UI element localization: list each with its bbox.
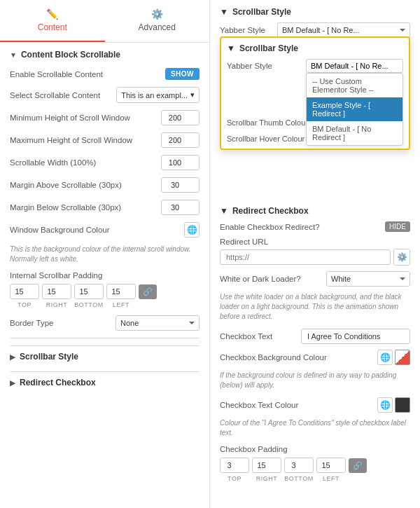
padding-link-button[interactable]: 🔗 [139,284,157,299]
min-height-input[interactable] [161,110,200,125]
content-block-header: ▼ Content Block Scrollable [10,50,200,60]
margin-below-input[interactable] [161,200,200,215]
loader-hint: Use the white loader on a black backgrou… [220,292,410,322]
redirect-url-gear-icon[interactable]: ⚙️ [393,249,410,266]
chevron-down-icon: ▾ [190,90,195,99]
dropdown-yabber-row: Yabber Style BM Default - [ No Re... -- … [227,59,403,73]
dropdown-option-2[interactable]: Example Style - [ Redirect ] [307,97,402,121]
yabber-style-select-top[interactable]: BM Default - [ No Re... -- Use Custom El… [277,22,410,38]
checkbox-bg-swatch[interactable] [395,350,410,365]
dropdown-option-1[interactable]: -- Use Custom Elementor Style -- [307,74,402,97]
yabber-style-row-top: Yabber Style BM Default - [ No Re... -- … [220,22,410,38]
dropdown-hover-label: Scrollbar Hover Colour [227,135,304,143]
pad-left-label: LEFT [106,301,136,308]
margin-below-label: Margin Below Scrollable (30px) [10,203,161,212]
padding-bottom-input[interactable] [74,284,104,299]
pad-top-label: TOP [10,301,39,308]
cp-right-input[interactable] [252,458,281,473]
enable-checkbox-row: Enable Checkbox Redirect? HIDE [220,221,410,232]
scrollable-width-row: Scrollable Width (100%) [10,155,200,170]
scrollbar-style-dropdown-overlay: ▼ Scrollbar Style Yabber Style BM Defaul… [220,36,410,150]
pad-bottom-label: BOTTOM [74,301,104,308]
min-height-label: Minimum Height of Scroll Window [10,114,161,122]
dropdown-thumb-label: Scrollbar Thumb Colour [227,118,308,127]
cp-right-label: RIGHT [252,475,281,482]
margin-above-input[interactable] [161,177,200,193]
section-arrow-icon: ▼ [10,51,17,59]
right-panel: ▼ Scrollbar Style Yabber Style BM Defaul… [210,0,420,508]
scrollbar-style-header[interactable]: ▶ Scrollbar Style [10,345,200,367]
dropdown-yabber-select[interactable]: BM Default - [ No Re... [306,59,403,73]
redirect-section: ▼ Redirect Checkbox Enable Checkbox Redi… [220,206,410,482]
redirect-section-title: Redirect Checkbox [232,206,309,216]
margin-above-label: Margin Above Scrollable (30px) [10,181,161,189]
white-dark-select[interactable]: White Dark [326,271,410,287]
checkbox-text-row: Checkbox Text [220,329,410,344]
border-type-label: Border Type [10,319,115,327]
cp-bottom-input[interactable] [284,458,314,473]
cp-left-label: LEFT [316,475,346,482]
text-colour-hint: Colour of the "I Agree To Conditions" st… [220,418,410,438]
redirect-checkbox-header[interactable]: ▶ Redirect Checkbox [10,371,200,393]
tab-content-label: Content [38,22,67,32]
scrollable-width-input[interactable] [161,155,200,170]
tab-advanced[interactable]: ⚙️ Advanced [105,0,210,42]
min-height-row: Minimum Height of Scroll Window [10,110,200,125]
redirect-url-label: Redirect URL [220,238,410,246]
checkbox-bg-globe-icon[interactable]: 🌐 [377,350,393,365]
checkbox-text-colour-swatch[interactable] [395,397,410,413]
tab-bar: ✏️ Content ⚙️ Advanced [0,0,209,43]
border-type-row: Border Type None Solid Dashed [10,315,200,331]
scrollbar-style-section: ▶ Scrollbar Style [10,345,200,367]
scrollbar-style-label: Scrollbar Style [20,352,78,362]
redirect-checkbox-label: Redirect Checkbox [20,378,96,387]
cp-link-button[interactable]: 🔗 [349,458,367,473]
window-bg-globe-icon[interactable]: 🌐 [184,222,200,238]
tab-content[interactable]: ✏️ Content [0,0,105,42]
checkbox-text-label: Checkbox Text [220,332,301,341]
cp-bottom-label: BOTTOM [284,475,314,482]
dropdown-option-3[interactable]: BM Default - [ No Redirect ] [307,121,402,145]
padding-left-input[interactable] [106,284,136,299]
max-height-input[interactable] [161,132,200,148]
white-dark-label: White or Dark Loader? [220,275,326,283]
select-scrollable-input[interactable]: This is an exampl... ▾ [116,87,200,103]
gear-icon: ⚙️ [151,8,163,20]
white-dark-row: White or Dark Loader? White Dark [220,271,410,287]
window-bg-row: Window Background Colour 🌐 [10,222,200,238]
cp-left-input[interactable] [316,458,346,473]
cp-top-input[interactable] [220,458,249,473]
yabber-style-label-top: Yabber Style [220,26,277,34]
left-panel: ✏️ Content ⚙️ Advanced ▼ Content Block S… [0,0,210,508]
window-bg-label: Window Background Colour [10,226,184,234]
enable-toggle[interactable]: SHOW [165,68,200,80]
border-type-select[interactable]: None Solid Dashed [115,315,200,331]
redirect-arrow-icon: ▶ [10,379,15,387]
checkbox-bg-colour: 🌐 [377,350,410,365]
enable-scrollable-row: Enable Scrollable Content SHOW [10,68,200,80]
dropdown-arrow-icon: ▼ [227,43,235,53]
window-bg-hint: This is the background colour of the int… [10,245,200,264]
right-scrollbar-header: ▼ Scrollbar Style [220,7,410,17]
redirect-url-row: ⚙️ [220,249,410,266]
hide-button[interactable]: HIDE [385,221,410,232]
checkbox-text-colour: 🌐 [377,397,410,413]
checkbox-text-globe-icon[interactable]: 🌐 [377,397,393,413]
redirect-url-input[interactable] [220,249,391,265]
dropdown-yabber-label: Yabber Style [227,62,306,70]
margin-above-row: Margin Above Scrollable (30px) [10,177,200,193]
select-scrollable-label: Select Scrollable Content [10,91,116,99]
dropdown-yabber-wrapper: BM Default - [ No Re... -- Use Custom El… [306,59,403,73]
checkbox-text-input[interactable] [301,329,410,344]
enable-checkbox-label: Enable Checkbox Redirect? [220,223,385,231]
checkbox-text-colour-row: Checkbox Text Colour 🌐 [220,397,410,413]
section-title: Content Block Scrollable [21,50,120,60]
checkbox-padding-labels: TOP RIGHT BOTTOM LEFT [220,475,410,482]
right-scrollbar-title: Scrollbar Style [232,7,291,17]
padding-right-input[interactable] [42,284,71,299]
internal-padding-group: Internal Scrollbar Padding 🔗 TOP RIGHT B… [10,271,200,308]
tab-advanced-label: Advanced [139,22,176,32]
cp-top-label: TOP [220,475,249,482]
redirect-section-arrow-icon: ▼ [220,206,228,216]
padding-top-input[interactable] [10,284,39,299]
